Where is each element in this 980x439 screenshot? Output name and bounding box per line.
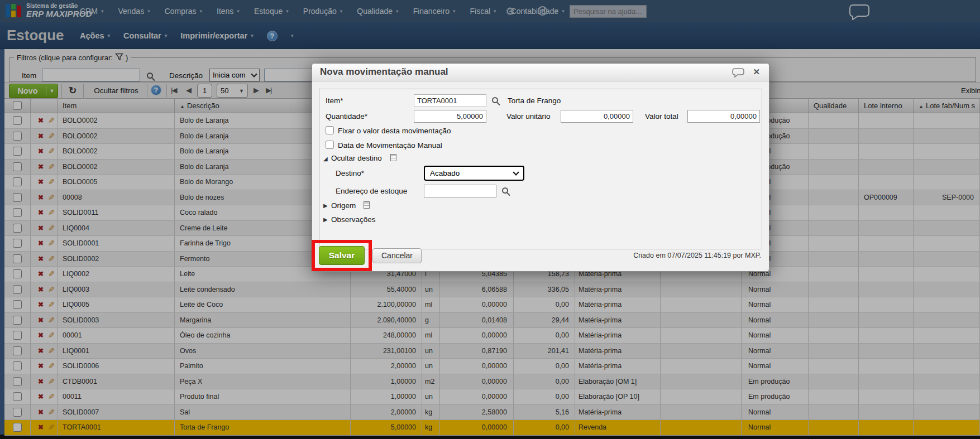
- comment-bubble-icon[interactable]: [732, 67, 744, 80]
- ocultar-destino-label[interactable]: Ocultar destino: [331, 154, 382, 162]
- fixar-valor-label: Fixar o valor desta movimentação: [338, 127, 451, 135]
- annotation-highlight-box: [312, 240, 372, 271]
- observacoes-label[interactable]: Observações: [331, 215, 376, 224]
- quantidade-label: Quantidade*: [326, 112, 367, 120]
- form-grid-icon[interactable]: [390, 154, 396, 161]
- erp-maxiprod-page: Sistema de gestão ERP MAXIPROD CRM ▾ Ven…: [0, 0, 980, 439]
- valor-total-label: Valor total: [645, 112, 678, 120]
- dialog-title-bar[interactable]: Nova movimentação manual ✕: [312, 64, 769, 81]
- valor-total-input[interactable]: [687, 110, 760, 123]
- origem-label[interactable]: Origem: [331, 201, 356, 210]
- fixar-valor-checkbox[interactable]: [326, 126, 334, 134]
- valor-unitario-input[interactable]: [561, 110, 633, 123]
- dialog-title: Nova movimentação manual: [320, 66, 448, 78]
- collapse-expanded-icon[interactable]: ◢: [323, 156, 328, 162]
- endereco-estoque-label: Endereço de estoque: [336, 187, 407, 195]
- expand-collapsed-icon[interactable]: ▶: [323, 216, 328, 223]
- item-description-text: Torta de Frango: [508, 97, 561, 105]
- destino-label: Destino*: [336, 169, 364, 177]
- data-movimentacao-label: Data de Movimentação Manual: [338, 141, 442, 149]
- form-grid-icon[interactable]: [364, 201, 370, 209]
- expand-collapsed-icon[interactable]: ▶: [323, 202, 328, 209]
- endereco-search-icon[interactable]: [502, 187, 508, 194]
- item-input[interactable]: [414, 94, 486, 107]
- item-label: Item*: [326, 97, 343, 105]
- quantidade-input[interactable]: [414, 110, 486, 123]
- valor-unitario-label: Valor unitário: [506, 112, 551, 120]
- created-by-text: Criado em 07/07/2025 11:45:19 por MXP.: [633, 252, 761, 259]
- item-search-icon[interactable]: [492, 97, 498, 103]
- chevron-down-icon: [513, 169, 519, 175]
- nova-movimentacao-dialog: Nova movimentação manual ✕ Item* Torta d…: [312, 63, 769, 272]
- destino-select[interactable]: Acabado: [424, 166, 524, 181]
- data-movimentacao-checkbox[interactable]: [326, 141, 334, 149]
- endereco-estoque-input[interactable]: [424, 185, 496, 197]
- cancel-button[interactable]: Cancelar: [372, 248, 422, 263]
- close-icon[interactable]: ✕: [753, 67, 760, 77]
